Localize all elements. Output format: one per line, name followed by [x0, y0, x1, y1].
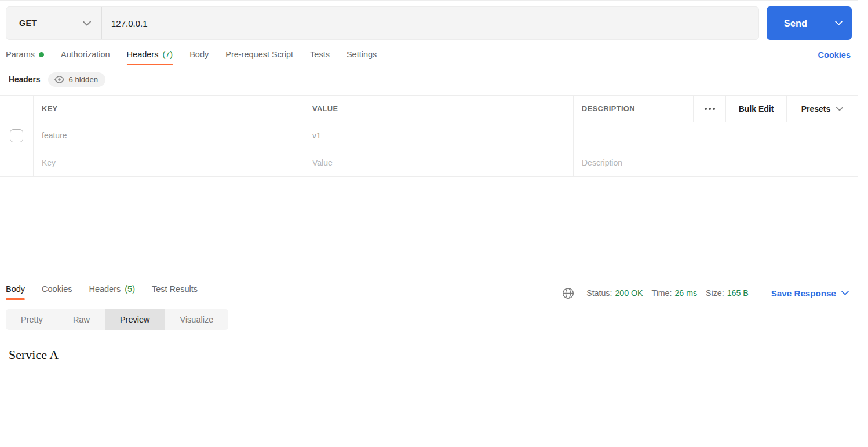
chevron-down-icon — [83, 21, 91, 26]
size-value: 165 B — [727, 288, 749, 298]
response-tabs: Body Cookies Headers (5) Test Results — [6, 284, 214, 300]
tab-tests[interactable]: Tests — [310, 50, 330, 65]
row-checkbox-cell — [0, 149, 34, 176]
row-checkbox-cell — [0, 122, 34, 149]
tab-headers-label: Headers — [127, 50, 159, 59]
response-body-text: Service A — [9, 347, 59, 362]
url-input[interactable] — [102, 7, 758, 39]
request-tabs: Params Authorization Headers (7) Body Pr… — [0, 50, 858, 65]
tab-settings[interactable]: Settings — [347, 50, 377, 65]
tab-params[interactable]: Params — [6, 50, 44, 65]
tab-test-results[interactable]: Test Results — [152, 284, 198, 300]
tab-test-results-label: Test Results — [152, 284, 198, 294]
save-response-label: Save Response — [771, 288, 836, 298]
params-modified-dot — [39, 52, 44, 57]
request-section: GET Send Params Authorization Head — [0, 1, 858, 279]
header-row-new: Key Value Description — [0, 149, 858, 177]
send-options-button[interactable] — [825, 6, 852, 40]
headers-meta-row: Headers 6 hidden — [0, 71, 858, 88]
view-tab-pretty[interactable]: Pretty — [6, 309, 58, 330]
view-tab-preview[interactable]: Preview — [105, 309, 165, 330]
tab-response-headers[interactable]: Headers (5) — [89, 284, 135, 300]
description-cell[interactable]: Description — [574, 149, 858, 176]
tab-params-label: Params — [6, 50, 35, 59]
send-button-label[interactable]: Send — [767, 6, 825, 40]
column-header-key: KEY — [34, 96, 304, 122]
tab-tests-label: Tests — [310, 50, 330, 59]
tab-headers[interactable]: Headers (7) — [127, 50, 173, 65]
send-button[interactable]: Send — [767, 6, 852, 40]
tab-response-headers-label: Headers — [89, 284, 121, 294]
response-meta: Status: 200 OK Time: 26 ms Size: 165 B S… — [562, 284, 849, 301]
method-label: GET — [19, 19, 37, 28]
response-view-tabs: Pretty Raw Preview Visualize — [6, 309, 228, 330]
eye-icon — [54, 76, 64, 83]
response-headers-count-badge: (5) — [125, 284, 135, 294]
tab-pre-request-script-label: Pre-request Script — [225, 50, 293, 59]
key-cell[interactable]: feature — [34, 122, 304, 149]
globe-icon[interactable] — [562, 287, 574, 299]
response-section: Body Cookies Headers (5) Test Results — [0, 279, 858, 362]
time-stat: Time: 26 ms — [652, 288, 698, 298]
key-placeholder: Key — [42, 158, 56, 167]
tab-authorization-label: Authorization — [61, 50, 110, 59]
chevron-down-icon — [836, 107, 843, 111]
bulk-edit-button[interactable]: Bulk Edit — [726, 96, 787, 122]
cookies-link[interactable]: Cookies — [818, 50, 851, 60]
headers-section-title: Headers — [9, 75, 40, 84]
hidden-headers-label: 6 hidden — [68, 75, 98, 84]
header-row-feature: feature v1 — [0, 122, 858, 149]
postman-request-panel: GET Send Params Authorization Head — [0, 0, 858, 447]
response-preview-pane: Service A — [0, 330, 858, 362]
headers-count-badge: (7) — [162, 50, 173, 59]
size-label: Size: — [706, 288, 724, 298]
column-header-description: DESCRIPTION — [574, 96, 694, 122]
url-bar: GET — [6, 6, 759, 40]
save-response-button[interactable]: Save Response — [771, 288, 849, 298]
headers-table-header: KEY VALUE DESCRIPTION Bulk Edit Presets — [0, 95, 858, 122]
meta-divider — [760, 285, 760, 301]
tab-settings-label: Settings — [347, 50, 377, 59]
more-options-button[interactable] — [694, 96, 726, 122]
value-cell[interactable]: Value — [304, 149, 574, 176]
tab-body-label: Body — [189, 50, 209, 59]
chevron-down-icon — [841, 291, 849, 295]
value-placeholder: Value — [312, 158, 333, 167]
key-cell[interactable]: Key — [34, 149, 304, 176]
tab-response-cookies[interactable]: Cookies — [42, 284, 72, 300]
description-placeholder: Description — [582, 158, 622, 167]
presets-dropdown[interactable]: Presets — [787, 96, 858, 122]
tab-response-cookies-label: Cookies — [42, 284, 72, 294]
row-checkbox[interactable] — [10, 129, 23, 142]
response-header: Body Cookies Headers (5) Test Results — [0, 284, 858, 301]
status-stat: Status: 200 OK — [586, 288, 643, 298]
chevron-down-icon — [835, 21, 843, 25]
method-select[interactable]: GET — [6, 7, 102, 39]
hidden-headers-toggle[interactable]: 6 hidden — [48, 72, 105, 87]
more-options-icon — [704, 107, 716, 111]
tab-body[interactable]: Body — [189, 50, 209, 65]
tab-response-body-label: Body — [6, 284, 25, 294]
presets-label: Presets — [801, 104, 831, 113]
url-row: GET Send — [0, 1, 858, 40]
time-label: Time: — [652, 288, 672, 298]
value-cell[interactable]: v1 — [304, 122, 574, 149]
view-tab-raw[interactable]: Raw — [58, 309, 105, 330]
description-cell[interactable] — [574, 122, 858, 149]
tab-authorization[interactable]: Authorization — [61, 50, 110, 65]
time-value: 26 ms — [674, 288, 697, 298]
select-all-cell — [0, 96, 34, 122]
value-value: v1 — [312, 131, 321, 140]
tab-pre-request-script[interactable]: Pre-request Script — [225, 50, 293, 65]
status-label: Status: — [586, 288, 612, 298]
key-value: feature — [42, 131, 67, 140]
view-tab-visualize[interactable]: Visualize — [165, 309, 228, 330]
tab-response-body[interactable]: Body — [6, 284, 25, 300]
column-header-value: VALUE — [304, 96, 574, 122]
headers-table: KEY VALUE DESCRIPTION Bulk Edit Presets — [0, 95, 858, 177]
size-stat: Size: 165 B — [706, 288, 749, 298]
status-value: 200 OK — [615, 288, 643, 298]
